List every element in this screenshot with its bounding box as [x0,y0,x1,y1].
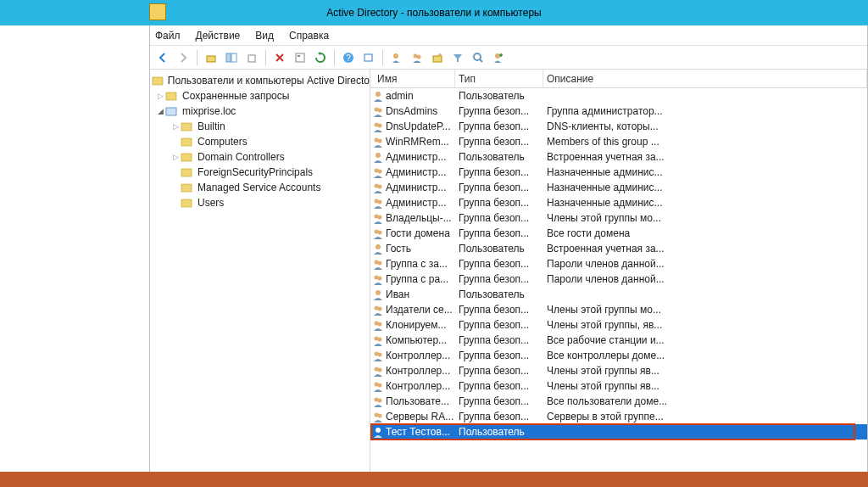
cell-type: Группа безоп... [455,365,543,377]
toolbar: ? [150,46,867,70]
back-button[interactable] [153,48,172,67]
svg-point-35 [378,170,382,174]
search-button[interactable] [469,48,487,67]
cell-desc: Серверы в этой группе... [543,411,867,423]
list-row[interactable]: Гости доменаГруппа безоп...Все гости дом… [370,226,867,241]
up-button[interactable] [202,48,220,67]
cell-desc: Встроенная учетная за... [543,151,867,163]
tree-saved-queries[interactable]: ▷ Сохраненные запросы [150,88,370,104]
find-button[interactable] [359,48,378,67]
cell-name: DnsAdmins [386,105,455,117]
svg-rect-22 [181,154,192,161]
list-row[interactable]: Тест Тестов...Пользователь [370,424,867,439]
col-name[interactable]: Имя [370,70,455,87]
new-group-button[interactable] [408,48,426,67]
list-row[interactable]: Компьютер...Группа безоп...Все рабочие с… [370,333,867,348]
cell-name: Группа с за... [386,258,455,270]
col-type[interactable]: Тип [455,70,543,87]
list-row[interactable]: Администр...Группа безоп...Назначенные а… [370,180,867,195]
svg-point-55 [378,338,382,342]
cell-type: Группа безоп... [455,350,543,361]
svg-point-33 [376,153,381,158]
properties-button[interactable] [291,48,309,67]
cell-desc: Все гости домена [543,227,867,239]
list-row[interactable]: Администр...ПользовательВстроенная учетн… [370,149,867,165]
cell-type: Группа безоп... [455,227,543,239]
system-menu-icon[interactable] [149,3,166,20]
new-user-button[interactable] [387,48,406,67]
list-row[interactable]: Контроллер...Группа безоп...Члены этой г… [370,363,867,378]
list-row[interactable]: Группа с за...Группа безоп...Пароли член… [370,256,867,271]
list-row[interactable]: DnsAdminsГруппа безоп...Группа администр… [370,104,867,119]
list-row[interactable]: Пользовате...Группа безоп...Все пользова… [370,394,867,409]
svg-rect-0 [207,56,215,62]
svg-rect-5 [298,55,300,57]
bottom-accent-bar [0,472,868,487]
group-icon [370,258,386,270]
list-row[interactable]: WinRMRem...Группа безоп...Members of thi… [370,134,867,149]
list-row[interactable]: ИванПользователь [370,287,867,302]
forward-button[interactable] [174,48,192,67]
list-row[interactable]: ГостьПользовательВстроенная учетная за..… [370,241,867,256]
cell-name: Гость [386,243,455,255]
tree-computers[interactable]: Computers [150,134,370,149]
list-row[interactable]: adminПользователь [370,88,867,104]
menu-action[interactable]: Действие [196,30,241,42]
svg-point-26 [376,92,381,97]
user-icon [370,243,386,255]
list-row[interactable]: Клонируем...Группа безоп...Члены этой гр… [370,317,867,333]
cell-desc: Члены этой группы яв... [543,365,867,377]
menu-file[interactable]: Файл [155,30,181,42]
svg-rect-24 [181,184,192,192]
svg-point-53 [378,322,382,327]
cell-name: WinRMRem... [386,136,455,148]
menu-help[interactable]: Справка [289,30,329,42]
cell-name: Владельцы-... [386,212,455,224]
tree-fsp[interactable]: ForeignSecurityPrincipals [150,165,370,180]
tree-users[interactable]: Users [150,195,370,210]
list-row[interactable]: Серверы RA...Группа безоп...Серверы в эт… [370,409,867,424]
group-icon [370,319,386,331]
svg-point-44 [376,244,381,249]
new-ou-button[interactable] [428,48,447,67]
svg-point-61 [378,383,382,388]
tree-msa[interactable]: Managed Service Accounts [150,180,370,195]
list-row[interactable]: Администр...Группа безоп...Назначенные а… [370,165,867,180]
menubar: Файл Действие Вид Справка [150,25,867,46]
list-row[interactable]: DnsUpdateP...Группа безоп...DNS-клиенты,… [370,119,867,134]
svg-rect-3 [248,55,255,62]
cell-type: Группа безоп... [455,334,543,346]
cell-desc: Назначенные админис... [543,166,867,178]
list-row[interactable]: Контроллер...Группа безоп...Все контролл… [370,348,867,363]
menu-view[interactable]: Вид [255,30,274,42]
tree-domain-controllers[interactable]: ▷Domain Controllers [150,149,370,165]
filter-button[interactable] [448,48,467,67]
list-row[interactable]: Контроллер...Группа безоп...Члены этой г… [370,378,867,394]
cell-desc: Назначенные админис... [543,197,867,209]
tree-builtin[interactable]: ▷Builtin [150,119,370,134]
col-desc[interactable]: Описание [543,70,867,87]
show-hide-button[interactable] [222,48,241,67]
svg-point-16 [495,53,500,59]
cut-button[interactable] [242,48,261,67]
group-icon [370,182,386,193]
list-row[interactable]: Администр...Группа безоп...Назначенные а… [370,195,867,210]
cell-desc: Встроенная учетная за... [543,243,867,255]
help-button[interactable]: ? [339,48,358,67]
cell-name: Серверы RA... [386,411,455,423]
delete-button[interactable] [270,48,289,67]
add-to-group-button[interactable] [489,48,508,67]
list-row[interactable]: Владельцы-...Группа безоп...Члены этой г… [370,210,867,226]
list-row[interactable]: Издатели се...Группа безоп...Члены этой … [370,302,867,317]
group-icon [370,212,386,224]
tree-root[interactable]: Пользователи и компьютеры Active Directo [150,73,370,88]
list-row[interactable]: Группа с ра...Группа безоп...Пароли член… [370,271,867,287]
svg-point-46 [378,261,382,266]
svg-point-66 [376,428,381,433]
titlebar: Active Directory - пользователи и компью… [0,0,868,25]
cell-name: Гости домена [386,227,455,239]
svg-point-32 [378,139,382,143]
tree-pane: Пользователи и компьютеры Active Directo… [150,70,370,486]
refresh-button[interactable] [311,48,330,67]
tree-domain[interactable]: ◢ mixprise.loc [150,104,370,119]
